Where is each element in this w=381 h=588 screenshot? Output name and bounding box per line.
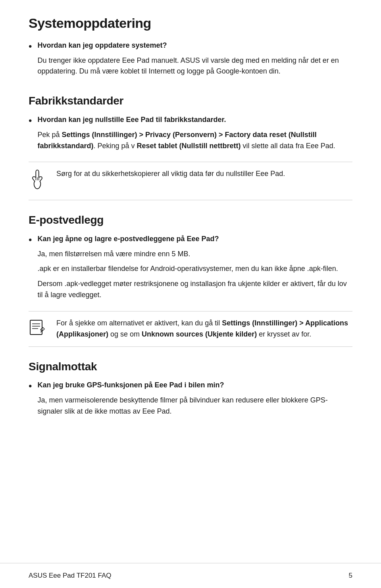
section-systemoppdatering: Systemoppdatering • Hvordan kan jeg oppd… [29,13,352,81]
epost-answer-3: Dersom .apk-vedlegget møter restriksjone… [37,279,352,301]
systemoppdatering-title: Systemoppdatering [29,13,352,34]
signal-question: Kan jeg bruke GPS-funksjonen på Eee Pad … [37,380,352,391]
system-answer: Du trenger ikke oppdatere Eee Pad manuel… [37,55,352,77]
epost-question: Kan jeg åpne og lagre e-postvedleggene p… [37,234,352,245]
e-postvedlegg-title: E-postvedlegg [29,211,352,228]
footer-brand: ASUS Eee Pad TF201 FAQ [29,571,112,581]
bullet-dot: • [29,39,32,54]
section-e-postvedlegg: E-postvedlegg • Kan jeg åpne og lagre e-… [29,211,352,347]
epost-answer-1: Ja, men filstørrelsen må være mindre enn… [37,249,352,260]
hand-notice-box: Sørg for at du sikkerhetskopierer all vi… [29,162,352,200]
section-signalmottak: Signalmottak • Kan jeg bruke GPS-funksjo… [29,358,352,421]
section-fabrikkstandarder: Fabrikkstandarder • Hvordan kan jeg null… [29,92,352,200]
note-notice-text: For å sjekke om alternativet er aktivert… [56,318,352,340]
epost-answer-2: .apk er en installerbar filendelse for A… [37,263,352,275]
page-content: Systemoppdatering • Hvordan kan jeg oppd… [0,0,381,464]
hand-notice-text: Sørg for at du sikkerhetskopierer all vi… [56,168,352,180]
system-question: Hvordan kan jeg oppdatere systemet? [37,40,352,51]
svg-rect-3 [30,320,42,335]
bullet-item-system: • Hvordan kan jeg oppdatere systemet? Du… [29,40,352,81]
page-footer: ASUS Eee Pad TF201 FAQ 5 [0,563,381,588]
bullet-item-epost: • Kan jeg åpne og lagre e-postvedleggene… [29,234,352,305]
bullet-text-fabrikk: Hvordan kan jeg nullstille Eee Pad til f… [37,114,352,156]
bullet-dot-2: • [29,114,32,128]
note-notice-box: For å sjekke om alternativet er aktivert… [29,311,352,347]
fabrikk-question: Hvordan kan jeg nullstille Eee Pad til f… [37,114,352,126]
bullet-text-signal: Kan jeg bruke GPS-funksjonen på Eee Pad … [37,380,352,421]
bullet-dot-3: • [29,233,32,247]
fabrikk-answer: Pek på Settings (Innstillinger) > Privac… [37,130,352,152]
bullet-text-system: Hvordan kan jeg oppdatere systemet? Du t… [37,40,352,81]
hand-icon [29,169,49,193]
signal-answer: Ja, men varmeisolerende beskyttende film… [37,395,352,417]
bullet-dot-4: • [29,379,32,393]
signalmottak-title: Signalmottak [29,358,352,375]
fabrikkstandarder-title: Fabrikkstandarder [29,92,352,109]
bullet-item-signal: • Kan jeg bruke GPS-funksjonen på Eee Pa… [29,380,352,421]
note-icon [29,319,49,340]
footer-page-number: 5 [349,571,352,581]
bullet-text-epost: Kan jeg åpne og lagre e-postvedleggene p… [37,234,352,305]
bullet-item-fabrikk: • Hvordan kan jeg nullstille Eee Pad til… [29,114,352,156]
